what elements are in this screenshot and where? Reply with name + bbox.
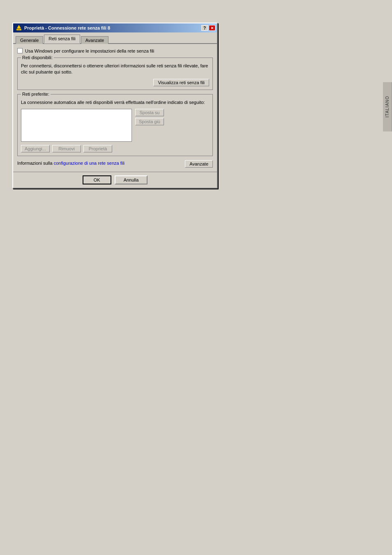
tab-reti-senza-fili[interactable]: Reti senza fili bbox=[44, 35, 80, 44]
sposta-su-button[interactable]: Sposta su bbox=[135, 109, 164, 116]
network-list[interactable] bbox=[21, 109, 132, 142]
reti-disponibili-legend: Reti disponibili: bbox=[21, 55, 54, 60]
use-windows-checkbox[interactable] bbox=[17, 48, 23, 53]
reti-disponibili-text: Per connettersi, disconnettersi o ottene… bbox=[21, 63, 209, 76]
visualizza-btn-row: Visualizza reti senza fili bbox=[21, 79, 209, 86]
tab-bar: Generale Reti senza fili Avanzate bbox=[13, 32, 217, 44]
sposta-giu-button[interactable]: Sposta giù bbox=[135, 118, 164, 125]
visualizza-reti-button[interactable]: Visualizza reti senza fili bbox=[153, 79, 209, 86]
ok-button[interactable]: OK bbox=[83, 175, 111, 184]
checkbox-label: Usa Windows per configurare le impostazi… bbox=[25, 48, 154, 53]
title-bar-left: Proprietà - Connessione rete senza fili … bbox=[16, 25, 110, 31]
reti-preferite-group: Reti preferite: La connessione automatic… bbox=[17, 94, 213, 156]
reti-preferite-legend: Reti preferite: bbox=[21, 92, 51, 97]
tab-avanzate[interactable]: Avanzate bbox=[81, 36, 109, 44]
rimuovi-button[interactable]: Rimuovi bbox=[52, 145, 81, 152]
bottom-btn-row: Aggiungi... Rimuovi Proprietà bbox=[21, 145, 209, 152]
help-button[interactable]: ? bbox=[201, 25, 208, 31]
title-bar-buttons: ? ✕ bbox=[201, 25, 215, 31]
info-text-before: Informazioni sulla bbox=[17, 161, 54, 166]
window-title: Proprietà - Connessione rete senza fili … bbox=[24, 25, 110, 30]
title-bar: Proprietà - Connessione rete senza fili … bbox=[13, 23, 217, 32]
move-buttons: Sposta su Sposta giù bbox=[135, 109, 164, 125]
info-link[interactable]: configurazione di una rete senza fili bbox=[54, 161, 125, 166]
reti-disponibili-content: Per connettersi, disconnettersi o ottene… bbox=[21, 63, 209, 86]
network-list-container: Sposta su Sposta giù bbox=[21, 109, 209, 142]
info-section: Informazioni sulla configurazione di una… bbox=[17, 160, 213, 168]
annulla-button[interactable]: Annulla bbox=[115, 175, 148, 184]
info-text: Informazioni sulla configurazione di una… bbox=[17, 160, 181, 166]
aggiungi-button[interactable]: Aggiungi... bbox=[21, 145, 50, 152]
dialog-window: Proprietà - Connessione rete senza fili … bbox=[12, 23, 218, 189]
tab-generale[interactable]: Generale bbox=[16, 36, 43, 44]
dialog-content: Usa Windows per configurare le impostazi… bbox=[13, 44, 217, 172]
checkbox-row: Usa Windows per configurare le impostazi… bbox=[17, 48, 213, 53]
avanzate-button[interactable]: Avanzate bbox=[185, 160, 213, 168]
network-icon bbox=[16, 25, 22, 31]
page-background: ITALIANO Proprietà - Connessione rete se… bbox=[0, 0, 392, 555]
reti-disponibili-group: Reti disponibili: Per connettersi, disco… bbox=[17, 58, 213, 90]
dialog-footer: OK Annulla bbox=[13, 172, 217, 188]
close-button[interactable]: ✕ bbox=[209, 25, 215, 31]
reti-preferite-content: La connessione automatica alle reti disp… bbox=[21, 99, 209, 152]
sidebar-label: ITALIANO bbox=[383, 82, 392, 131]
reti-preferite-text: La connessione automatica alle reti disp… bbox=[21, 99, 209, 106]
svg-marker-2 bbox=[18, 25, 20, 27]
proprieta-button[interactable]: Proprietà bbox=[83, 145, 112, 152]
